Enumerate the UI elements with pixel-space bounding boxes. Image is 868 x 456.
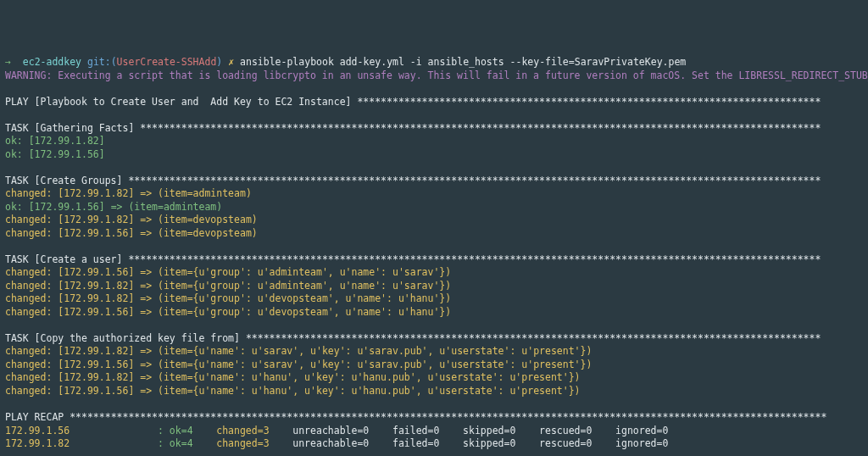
task-copy-header: TASK [Copy the authorized key file from] xyxy=(5,332,246,344)
command-text: ansible-playbook add-key.yml -i ansible_… xyxy=(240,56,686,68)
git-branch: UserCreate-SSHAdd xyxy=(117,56,217,68)
item-detail: => (item=devopsteam) xyxy=(134,227,257,239)
task-user-header: TASK [Create a user] xyxy=(5,253,128,265)
recap-rest: unreachable=0 failed=0 skipped=0 rescued… xyxy=(287,425,668,437)
item-detail: => (item=devopsteam) xyxy=(134,214,257,225)
recap-host: 172.99.1.56 xyxy=(5,425,158,437)
changed-line: changed: [172.99.1.56] xyxy=(5,227,134,239)
stars: ****************************************… xyxy=(70,411,826,423)
recap-changed: changed=3 xyxy=(210,437,287,449)
recap-ok: : ok=4 xyxy=(158,425,210,437)
stars: ****************************************… xyxy=(128,175,821,186)
terminal-output: → ec2-addkey git:(UserCreate-SSHAdd) ✗ a… xyxy=(5,56,868,456)
item-detail: => (item=adminteam) xyxy=(134,187,251,199)
dirty-icon: ✗ xyxy=(228,56,234,68)
prompt-folder: ec2-addkey xyxy=(23,56,81,68)
play-stars: ****************************************… xyxy=(357,96,821,108)
task-gathering-header: TASK [Gathering Facts] xyxy=(5,122,140,134)
recap-ok: : ok=4 xyxy=(158,437,210,449)
ok-line: ok: [172.99.1.56] xyxy=(5,201,105,213)
changed-line: changed: [172.99.1.56] xyxy=(5,266,134,278)
item-detail: => (item={u'name': u'sarav', u'key': u's… xyxy=(134,345,592,357)
changed-line: changed: [172.99.1.82] xyxy=(5,280,134,292)
stars: ****************************************… xyxy=(128,253,821,265)
ok-line: ok: [172.99.1.56] xyxy=(5,148,105,160)
item-detail: => (item={u'group': u'adminteam', u'name… xyxy=(134,266,451,278)
item-detail: => (item={u'name': u'hanu', u'key': u'ha… xyxy=(134,385,580,397)
changed-line: changed: [172.99.1.82] xyxy=(5,214,134,225)
changed-line: changed: [172.99.1.56] xyxy=(5,385,134,397)
stars: ****************************************… xyxy=(246,332,821,344)
stars: ****************************************… xyxy=(140,122,821,134)
item-detail: => (item={u'group': u'devopsteam', u'nam… xyxy=(134,292,451,304)
changed-line: changed: [172.99.1.56] xyxy=(5,359,134,370)
item-detail: => (item={u'name': u'sarav', u'key': u's… xyxy=(134,359,592,370)
item-detail: => (item=adminteam) xyxy=(105,201,222,213)
recap-changed: changed=3 xyxy=(210,425,287,437)
warning-line: WARNING: Executing a script that is load… xyxy=(5,70,868,81)
changed-line: changed: [172.99.1.56] xyxy=(5,306,134,318)
item-detail: => (item={u'group': u'adminteam', u'name… xyxy=(134,280,451,292)
prompt-arrow: → xyxy=(5,56,11,68)
changed-line: changed: [172.99.1.82] xyxy=(5,345,134,357)
changed-line: changed: [172.99.1.82] xyxy=(5,292,134,304)
git-close: ) xyxy=(216,56,222,68)
task-groups-header: TASK [Create Groups] xyxy=(5,175,128,186)
git-label: git:( xyxy=(87,56,117,68)
item-detail: => (item={u'name': u'hanu', u'key': u'ha… xyxy=(134,371,580,383)
recap-header: PLAY RECAP xyxy=(5,411,70,423)
play-header: PLAY [Playbook to Create User and Add Ke… xyxy=(5,96,357,108)
ok-line: ok: [172.99.1.82] xyxy=(5,135,105,147)
recap-host: 172.99.1.82 xyxy=(5,437,158,449)
recap-rest: unreachable=0 failed=0 skipped=0 rescued… xyxy=(287,437,668,449)
changed-line: changed: [172.99.1.82] xyxy=(5,187,134,199)
changed-line: changed: [172.99.1.82] xyxy=(5,371,134,383)
item-detail: => (item={u'group': u'devopsteam', u'nam… xyxy=(134,306,451,318)
